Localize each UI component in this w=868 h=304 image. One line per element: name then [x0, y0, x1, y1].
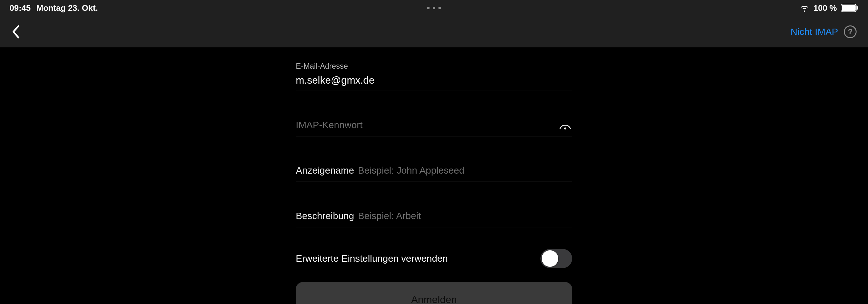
show-password-button[interactable]: [559, 122, 571, 132]
nav-bar: Nicht IMAP ?: [0, 16, 868, 48]
description-label: Beschreibung: [296, 211, 354, 221]
nav-right: Nicht IMAP ?: [790, 25, 857, 38]
email-field[interactable]: [296, 75, 572, 86]
battery-icon: [841, 4, 859, 12]
password-field-container: [296, 110, 572, 136]
svg-rect-2: [857, 6, 858, 9]
content-area: E-Mail-Adresse Anzeigename Beschreibun: [0, 48, 868, 304]
not-imap-link[interactable]: Nicht IMAP: [790, 26, 838, 37]
status-date: Montag 23. Okt.: [36, 3, 98, 13]
dot-icon: [433, 7, 435, 9]
help-button[interactable]: ?: [844, 25, 857, 38]
chevron-left-icon: [11, 25, 21, 39]
description-field[interactable]: [358, 211, 572, 221]
battery-percentage: 100 %: [813, 3, 837, 13]
back-button[interactable]: [11, 25, 21, 39]
dot-icon: [427, 7, 430, 9]
svg-point-3: [564, 128, 566, 130]
display-name-field[interactable]: [358, 165, 572, 176]
advanced-settings-toggle[interactable]: [540, 249, 572, 268]
description-field-container: Beschreibung: [296, 201, 572, 227]
email-field-container: E-Mail-Adresse: [296, 62, 572, 91]
account-form: E-Mail-Adresse Anzeigename Beschreibun: [296, 62, 572, 304]
display-name-field-container: Anzeigename: [296, 156, 572, 182]
display-name-label: Anzeigename: [296, 165, 354, 176]
email-label: E-Mail-Adresse: [296, 62, 572, 71]
status-time: 09:45: [9, 3, 31, 13]
eye-icon: [559, 122, 571, 130]
advanced-settings-row: Erweiterte Einstellungen verwenden: [296, 249, 572, 268]
signin-button[interactable]: Anmelden: [296, 282, 572, 304]
wifi-icon: [799, 4, 810, 12]
status-bar: 09:45 Montag 23. Okt. 100 %: [0, 0, 868, 16]
status-right: 100 %: [799, 3, 859, 13]
svg-rect-1: [842, 5, 856, 11]
status-left: 09:45 Montag 23. Okt.: [9, 3, 98, 13]
dot-icon: [438, 7, 441, 9]
advanced-settings-label: Erweiterte Einstellungen verwenden: [296, 253, 448, 264]
signin-button-label: Anmelden: [411, 294, 457, 304]
password-field[interactable]: [296, 119, 416, 130]
toggle-knob: [542, 250, 558, 267]
question-mark-icon: ?: [848, 27, 853, 36]
multitask-dots[interactable]: [427, 7, 441, 9]
